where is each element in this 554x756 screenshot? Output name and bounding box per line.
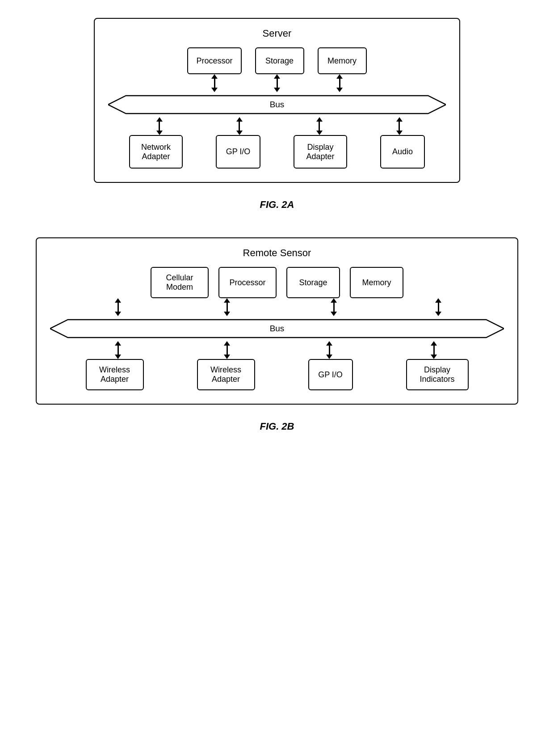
cellular-modem-box: Cellular Modem <box>151 267 209 298</box>
sensor-bottom-components: Wireless Adapter Wireless Adapter GP I/O… <box>50 359 504 390</box>
fig2a-diagram: Server Processor Storage Memory <box>27 18 527 237</box>
wireless-adapter2-arrow <box>198 341 256 359</box>
audio-box: Audio <box>380 135 425 169</box>
gpio-arrow <box>217 117 262 135</box>
fig2b-diagram: Remote Sensor Cellular Modem Processor S… <box>27 237 527 459</box>
network-adapter-box: Network Adapter <box>129 135 183 169</box>
storage-bus-arrow-b <box>307 298 361 316</box>
server-bus-row: Bus <box>108 92 446 117</box>
display-indicators-arrow <box>403 341 465 359</box>
memory-bus-arrow <box>315 74 364 92</box>
processor-bus-arrow <box>190 74 239 92</box>
network-adapter-arrow <box>133 117 186 135</box>
wireless-adapter1-box: Wireless Adapter <box>86 359 144 390</box>
server-bottom-components: Network Adapter GP I/O Display Adapter A… <box>108 135 446 169</box>
server-top-components: Processor Storage Memory <box>108 47 446 74</box>
gpio-arrow-b <box>307 341 352 359</box>
fig2b-caption: FIG. 2B <box>260 421 294 432</box>
audio-arrow <box>377 117 422 135</box>
processor-bus-arrow-b <box>198 298 256 316</box>
gpio-box-b: GP I/O <box>308 359 353 390</box>
wireless-adapter1-arrow <box>89 341 147 359</box>
sensor-bus-arrow <box>50 316 504 341</box>
display-adapter-box: Display Adapter <box>294 135 347 169</box>
storage-box: Storage <box>255 47 304 74</box>
processor-box-b: Processor <box>218 267 277 298</box>
wireless-adapter2-box: Wireless Adapter <box>197 359 255 390</box>
display-adapter-arrow <box>293 117 346 135</box>
svg-marker-0 <box>108 96 446 114</box>
storage-box-b: Storage <box>286 267 340 298</box>
sensor-bus-row: Bus <box>50 316 504 341</box>
server-bus-arrow <box>108 92 446 117</box>
storage-bus-arrow <box>252 74 302 92</box>
processor-box: Processor <box>187 47 241 74</box>
memory-box: Memory <box>318 47 367 74</box>
remote-sensor-box: Remote Sensor Cellular Modem Processor S… <box>36 237 518 405</box>
server-title: Server <box>108 28 446 39</box>
cellular-bus-arrow <box>89 298 147 316</box>
memory-bus-arrow-b <box>411 298 465 316</box>
remote-sensor-title: Remote Sensor <box>50 247 504 259</box>
memory-box-b: Memory <box>350 267 403 298</box>
fig2a-caption: FIG. 2A <box>260 199 294 211</box>
server-box: Server Processor Storage Memory <box>94 18 460 183</box>
display-indicators-box: Display Indicators <box>406 359 469 390</box>
sensor-top-components: Cellular Modem Processor Storage Memory <box>50 267 504 298</box>
gpio-box: GP I/O <box>216 135 260 169</box>
svg-marker-1 <box>50 320 504 338</box>
